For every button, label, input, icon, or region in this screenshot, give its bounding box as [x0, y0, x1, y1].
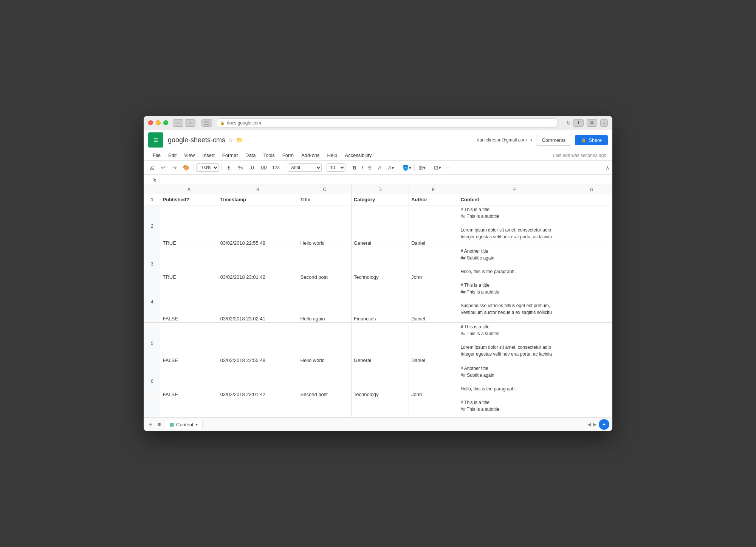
cell-e7[interactable] [409, 398, 458, 417]
add-tab-button[interactable]: + [600, 119, 608, 127]
scroll-right-button[interactable]: ▶ [593, 422, 596, 427]
cell-a6[interactable]: FALSE [160, 364, 218, 398]
cell-e1[interactable]: Author [409, 194, 458, 205]
menu-view[interactable]: View [181, 151, 198, 160]
share-window-button[interactable]: ⬆ [573, 119, 584, 127]
cell-e4[interactable]: Daniel [409, 281, 458, 323]
col-header-d[interactable]: D [351, 185, 409, 194]
doc-title[interactable]: google-sheets-cms [168, 136, 225, 144]
cell-b1[interactable]: Timestamp [218, 194, 298, 205]
sheet-tab-arrow-icon[interactable]: ▾ [196, 423, 198, 427]
cell-a3[interactable]: TRUE [160, 247, 218, 281]
cell-d4[interactable]: Financials [351, 281, 409, 323]
folder-icon[interactable]: 📁 [236, 137, 243, 143]
cell-a7[interactable] [160, 398, 218, 417]
new-tab-button[interactable]: ⧉ [587, 119, 597, 127]
grid-container[interactable]: A B C D E F G 1 Published? Timestamp [144, 185, 612, 417]
tab-button[interactable] [201, 119, 212, 127]
cell-e5[interactable]: Daniel [409, 323, 458, 364]
forward-button[interactable]: › [185, 119, 195, 127]
cell-c7[interactable] [298, 398, 351, 417]
cell-g3[interactable] [571, 247, 612, 281]
cell-c1[interactable]: Title [298, 194, 351, 205]
cell-c5[interactable]: Hello world [298, 323, 351, 364]
add-sheet-button[interactable]: + [147, 420, 155, 429]
cell-f4[interactable]: # This is a title ## This is a subtitle … [458, 281, 571, 323]
cell-g1[interactable] [571, 194, 612, 205]
decimal-more-button[interactable]: .00 [258, 162, 268, 173]
cell-b2[interactable]: 03/02/2018 22:55:48 [218, 205, 298, 247]
cell-d5[interactable]: General [351, 323, 409, 364]
cell-b5[interactable]: 03/02/2018 22:55:48 [218, 323, 298, 364]
cell-a2[interactable]: TRUE [160, 205, 218, 247]
menu-accessibility[interactable]: Accessibility [342, 151, 375, 160]
redo-button[interactable]: ↪ [169, 162, 180, 173]
cell-g2[interactable] [571, 205, 612, 247]
menu-edit[interactable]: Edit [165, 151, 180, 160]
cell-f7[interactable]: # This is a title ## This is a subtitle [458, 398, 571, 417]
font-select[interactable]: Arial [288, 163, 322, 172]
cell-e6[interactable]: John [409, 364, 458, 398]
cell-e3[interactable]: John [409, 247, 458, 281]
cell-f1[interactable]: Content [458, 194, 571, 205]
borders-button[interactable]: ⊞▾ [417, 162, 428, 173]
back-button[interactable]: ‹ [173, 119, 183, 127]
percent-button[interactable]: % [235, 162, 246, 173]
font-size-select[interactable]: 10 [327, 163, 345, 172]
cell-b6[interactable]: 03/02/2018 23:01:42 [218, 364, 298, 398]
cell-b4[interactable]: 03/02/2018 23:02:41 [218, 281, 298, 323]
cell-g4[interactable] [571, 281, 612, 323]
close-button[interactable] [148, 120, 153, 125]
cell-a5[interactable]: FALSE [160, 323, 218, 364]
cell-g5[interactable] [571, 323, 612, 364]
cell-c6[interactable]: Second post [298, 364, 351, 398]
underline-button[interactable]: A [375, 162, 385, 173]
menu-addons[interactable]: Add-ons [298, 151, 322, 160]
menu-help[interactable]: Help [324, 151, 341, 160]
menu-data[interactable]: Data [242, 151, 259, 160]
reload-button[interactable]: ↻ [564, 118, 573, 127]
cell-g7[interactable] [571, 398, 612, 417]
cell-f2[interactable]: # This is a title ## This is a subtitle … [458, 205, 571, 247]
star-icon[interactable]: ☆ [228, 137, 233, 143]
cell-d1[interactable]: Category [351, 194, 409, 205]
cell-f3[interactable]: # Another title ## Subtitle again Hello,… [458, 247, 571, 281]
merge-button[interactable]: ⊡▾ [432, 162, 443, 173]
cell-c3[interactable]: Second post [298, 247, 351, 281]
col-header-e[interactable]: E [409, 185, 458, 194]
maximize-button[interactable] [163, 120, 168, 125]
cell-c2[interactable]: Hello world [298, 205, 351, 247]
menu-insert[interactable]: Insert [199, 151, 218, 160]
scroll-left-button[interactable]: ◀ [587, 422, 591, 427]
menu-form[interactable]: Form [279, 151, 297, 160]
italic-button[interactable]: I [359, 164, 365, 171]
cell-f5[interactable]: # This is a title ## This is a subtitle … [458, 323, 571, 364]
more-options-icon[interactable]: ··· [445, 164, 451, 172]
sheet-tab-content[interactable]: ▦ Content ▾ [165, 420, 203, 429]
cell-e2[interactable]: Daniel [409, 205, 458, 247]
fill-color-button[interactable]: 🪣▾ [401, 162, 412, 173]
minimize-button[interactable] [156, 120, 161, 125]
menu-format[interactable]: Format [219, 151, 241, 160]
strikethrough-button[interactable]: S [366, 164, 374, 171]
address-bar[interactable]: 🔒 docs.google.com [216, 118, 558, 127]
cell-d6[interactable]: Technology [351, 364, 409, 398]
currency-button[interactable]: £ [224, 162, 234, 173]
menu-tools[interactable]: Tools [260, 151, 277, 160]
toolbar-collapse-icon[interactable]: ∧ [606, 165, 609, 171]
formula-input[interactable] [168, 177, 609, 183]
cell-d3[interactable]: Technology [351, 247, 409, 281]
comments-button[interactable]: Comments [536, 135, 571, 146]
col-header-b[interactable]: B [218, 185, 298, 194]
cell-b3[interactable]: 03/02/2018 23:01:42 [218, 247, 298, 281]
col-header-c[interactable]: C [298, 185, 351, 194]
cell-g6[interactable] [571, 364, 612, 398]
cell-f6[interactable]: # Another title ## Subtitle again Hello,… [458, 364, 571, 398]
account-arrow-icon[interactable]: ▾ [530, 138, 532, 142]
col-header-a[interactable]: A [160, 185, 218, 194]
decimal-less-button[interactable]: .0 [246, 162, 257, 173]
cell-d7[interactable] [351, 398, 409, 417]
explore-button[interactable]: ✦ [599, 419, 609, 430]
cell-a1[interactable]: Published? [160, 194, 218, 205]
menu-file[interactable]: File [150, 151, 164, 160]
